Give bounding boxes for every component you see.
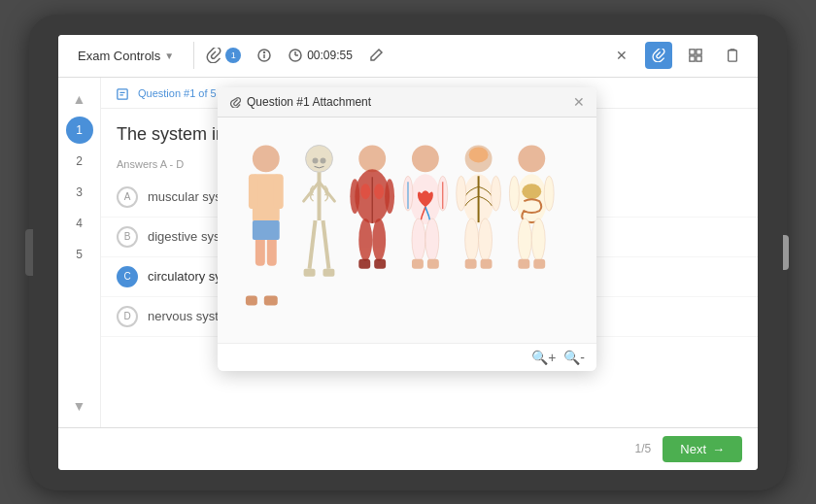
- body-systems-illustration: [233, 133, 581, 327]
- svg-rect-7: [697, 50, 701, 54]
- attachment-icon-btn[interactable]: 1: [206, 48, 241, 63]
- svg-rect-31: [304, 268, 316, 276]
- answer-circle-c: C: [117, 266, 138, 287]
- answer-circle-d: D: [117, 306, 138, 327]
- svg-point-70: [531, 218, 545, 261]
- svg-rect-52: [412, 258, 424, 268]
- top-bar: Exam Controls ▼ 1 00:09:55: [58, 35, 758, 78]
- svg-point-51: [425, 218, 439, 261]
- svg-rect-9: [697, 56, 701, 61]
- svg-point-50: [412, 218, 425, 261]
- left-nav: ▲ 1 2 3 4 5 ▼: [58, 78, 101, 427]
- modal-footer: 🔍+ 🔍-: [218, 343, 596, 371]
- svg-rect-71: [518, 258, 529, 268]
- attachment-modal: Question #1 Attachment ✕: [218, 87, 596, 371]
- zoom-in-icon[interactable]: 🔍+: [531, 350, 556, 365]
- svg-line-30: [323, 220, 328, 269]
- main-content: ▲ 1 2 3 4 5 ▼ Question #1 of 5 The syste…: [58, 78, 758, 427]
- svg-rect-32: [323, 268, 334, 276]
- timer-display: 00:09:55: [288, 48, 353, 63]
- nav-number-4[interactable]: 4: [66, 210, 93, 237]
- svg-rect-63: [481, 258, 493, 268]
- svg-point-2: [264, 52, 265, 53]
- svg-line-29: [310, 220, 316, 269]
- svg-point-64: [518, 145, 545, 172]
- tablet-screen: Exam Controls ▼ 1 00:09:55: [58, 35, 758, 470]
- info-icon-btn[interactable]: [256, 48, 272, 63]
- page-indicator: 1/5: [635, 442, 652, 455]
- timer-value: 00:09:55: [307, 49, 353, 62]
- svg-point-66: [522, 184, 541, 199]
- svg-point-40: [358, 218, 372, 261]
- svg-rect-53: [427, 258, 439, 268]
- nav-number-1[interactable]: 1: [66, 117, 93, 144]
- svg-rect-72: [533, 258, 545, 268]
- svg-point-60: [465, 218, 479, 261]
- svg-rect-22: [253, 220, 280, 240]
- chevron-down-icon: ▼: [164, 50, 174, 61]
- svg-rect-8: [690, 56, 695, 61]
- nav-number-2[interactable]: 2: [66, 148, 93, 175]
- svg-point-69: [518, 218, 531, 261]
- svg-point-14: [253, 145, 280, 172]
- svg-point-33: [358, 145, 386, 172]
- tablet-device: Exam Controls ▼ 1 00:09:55: [29, 15, 787, 490]
- modal-close-button[interactable]: ✕: [573, 95, 585, 109]
- svg-point-38: [350, 179, 359, 214]
- svg-point-44: [412, 145, 439, 172]
- svg-point-39: [385, 179, 394, 214]
- modal-title: Question #1 Attachment: [229, 95, 371, 109]
- modal-header: Question #1 Attachment ✕: [218, 87, 596, 118]
- svg-point-68: [544, 176, 554, 211]
- clipboard-icon-btn[interactable]: [719, 42, 746, 69]
- next-button-label: Next: [680, 442, 706, 456]
- svg-point-36: [360, 184, 370, 199]
- svg-point-25: [321, 157, 326, 163]
- svg-point-55: [469, 147, 489, 162]
- svg-rect-43: [374, 258, 386, 268]
- svg-point-61: [479, 218, 493, 261]
- next-arrow-icon: →: [712, 442, 725, 456]
- svg-point-37: [374, 184, 384, 199]
- tablet-home-button[interactable]: [25, 229, 33, 276]
- tablet-right-button: [783, 235, 789, 270]
- svg-rect-11: [118, 88, 127, 98]
- attachment-badge: 1: [225, 48, 241, 63]
- answer-circle-b: B: [117, 226, 138, 248]
- modal-body: [218, 118, 596, 343]
- zoom-out-icon[interactable]: 🔍-: [563, 350, 585, 365]
- top-bar-icons: 1 00:09:55: [206, 48, 608, 63]
- next-button[interactable]: Next →: [663, 436, 742, 462]
- paperclip-icon-btn[interactable]: [645, 42, 672, 69]
- top-bar-right: ✕: [608, 42, 746, 69]
- answer-circle-a: A: [117, 186, 138, 208]
- pencil-icon-btn[interactable]: [368, 48, 384, 63]
- question-area: Question #1 of 5 The system in the bod A…: [101, 78, 758, 427]
- modal-title-text: Question #1 Attachment: [247, 95, 371, 109]
- svg-rect-16: [249, 174, 258, 209]
- svg-rect-62: [465, 258, 477, 268]
- svg-rect-20: [246, 295, 257, 305]
- bottom-bar: 1/5 Next →: [58, 427, 758, 470]
- svg-point-58: [457, 176, 466, 211]
- svg-rect-42: [358, 258, 370, 268]
- nav-number-3[interactable]: 3: [66, 179, 93, 206]
- divider: [193, 42, 194, 69]
- svg-point-41: [372, 218, 386, 261]
- nav-down-arrow[interactable]: ▼: [66, 392, 93, 420]
- svg-rect-21: [264, 295, 278, 305]
- svg-point-24: [313, 157, 319, 163]
- nav-number-5[interactable]: 5: [66, 241, 93, 268]
- svg-rect-17: [274, 174, 284, 209]
- question-label: Question #1 of 5: [138, 87, 217, 99]
- exam-controls-button[interactable]: Exam Controls ▼: [70, 45, 182, 67]
- close-icon-btn[interactable]: ✕: [608, 42, 635, 69]
- svg-rect-6: [690, 50, 695, 54]
- svg-point-67: [509, 176, 519, 211]
- svg-point-59: [492, 176, 501, 211]
- exam-controls-label: Exam Controls: [78, 49, 160, 63]
- grid-icon-btn[interactable]: [682, 42, 709, 69]
- nav-up-arrow[interactable]: ▲: [66, 85, 93, 113]
- svg-rect-10: [729, 50, 737, 61]
